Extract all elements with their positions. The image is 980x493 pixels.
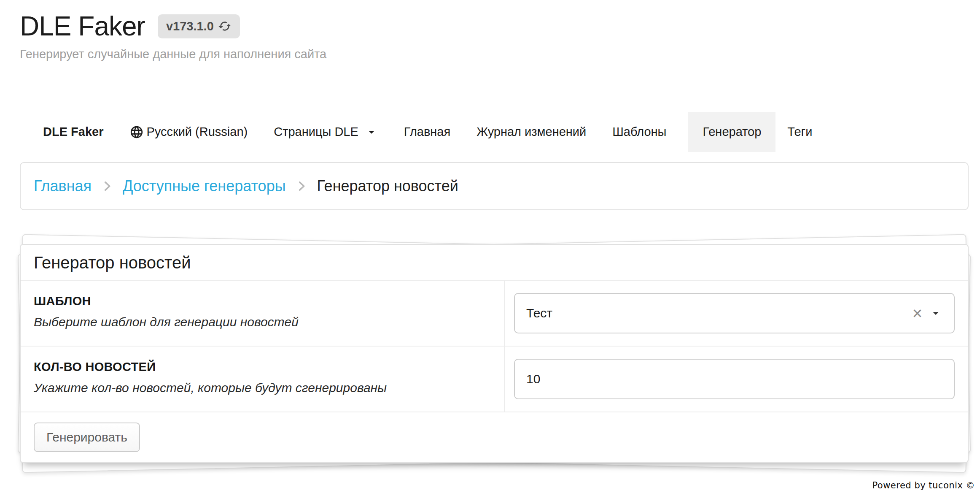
nav-item-templates[interactable]: Шаблоны [612, 112, 666, 152]
field-description-count: Укажите кол-во новостей, которые будут с… [34, 381, 487, 395]
page: DLE Faker v173.1.0 Генерирует случайные … [20, 0, 969, 463]
page-subtitle: Генерирует случайные данные для наполнен… [20, 47, 969, 61]
nav-item-pages-dropdown[interactable]: Страницы DLE [274, 112, 378, 152]
field-control-count [505, 347, 968, 412]
field-info-count: КОЛ-ВО НОВОСТЕЙ Укажите кол-во новостей,… [21, 347, 505, 412]
version-badge[interactable]: v173.1.0 [158, 14, 240, 38]
chevron-right-icon [100, 179, 114, 193]
globe-icon [129, 125, 144, 139]
template-select-value: Тест [526, 306, 913, 320]
field-label-template: ШАБЛОН [34, 294, 487, 308]
template-select[interactable]: Тест × [514, 293, 955, 333]
version-label: v173.1.0 [166, 19, 214, 33]
title-row: DLE Faker v173.1.0 [20, 13, 969, 40]
breadcrumb-generators-link[interactable]: Доступные генераторы [123, 177, 286, 195]
nav-item-tags[interactable]: Теги [787, 112, 812, 152]
field-control-template: Тест × [505, 281, 968, 346]
nav-item-dle-faker[interactable]: DLE Faker [43, 112, 103, 152]
nav-item-language-label: Русский (Russian) [146, 125, 248, 139]
chevron-right-icon [294, 179, 309, 193]
generate-button[interactable]: Генерировать [34, 423, 140, 452]
powered-by-credit: Powered by tuconix © [872, 480, 975, 490]
field-label-count: КОЛ-ВО НОВОСТЕЙ [34, 360, 487, 374]
caret-down-icon [365, 126, 378, 138]
field-row-count: КОЛ-ВО НОВОСТЕЙ Укажите кол-во новостей,… [21, 347, 968, 412]
field-row-template: ШАБЛОН Выберите шаблон для генерации нов… [21, 281, 968, 347]
clear-selection-icon[interactable]: × [913, 305, 922, 322]
card-title: Генератор новостей [21, 245, 968, 281]
field-info-template: ШАБЛОН Выберите шаблон для генерации нов… [21, 281, 505, 346]
breadcrumb-home-link[interactable]: Главная [34, 177, 92, 195]
app-header: DLE Faker v173.1.0 Генерирует случайные … [20, 0, 969, 61]
generator-card: Генератор новостей ШАБЛОН Выберите шабло… [20, 244, 969, 463]
main-nav: DLE Faker Русский (Russian) Страницы DLE… [43, 112, 969, 152]
news-count-input[interactable] [514, 359, 955, 399]
breadcrumb-current-page: Генератор новостей [317, 177, 458, 195]
nav-item-language[interactable]: Русский (Russian) [129, 112, 248, 152]
field-description-template: Выберите шаблон для генерации новостей [34, 315, 487, 329]
page-title: DLE Faker [20, 13, 145, 40]
refresh-icon[interactable] [218, 19, 232, 33]
caret-down-icon[interactable] [929, 306, 942, 320]
generator-card-stack: Генератор новостей ШАБЛОН Выберите шабло… [20, 244, 969, 463]
breadcrumb: Главная Доступные генераторы Генератор н… [20, 162, 969, 210]
nav-item-pages-label: Страницы DLE [274, 125, 358, 139]
card-actions: Генерировать [21, 412, 968, 462]
nav-item-generator[interactable]: Генератор [688, 112, 775, 152]
nav-item-home[interactable]: Главная [404, 112, 450, 152]
nav-item-changelog[interactable]: Журнал изменений [477, 112, 586, 152]
